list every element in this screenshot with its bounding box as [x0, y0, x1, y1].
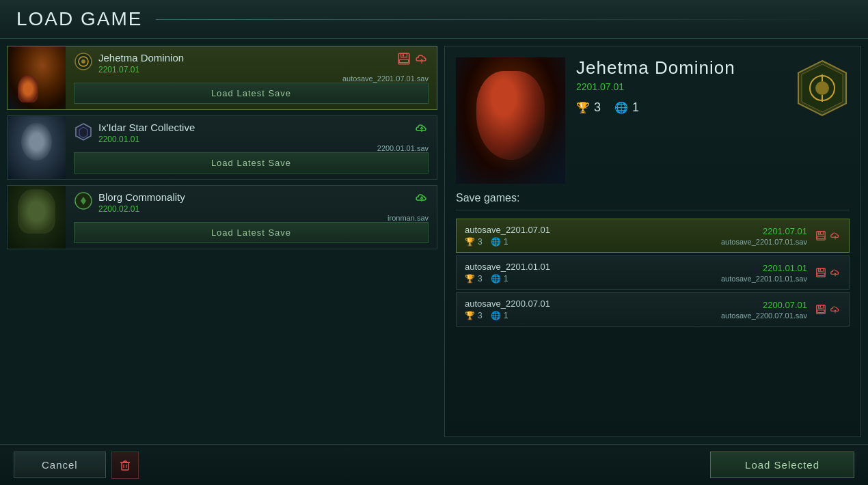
svg-point-2 [81, 59, 85, 64]
empire-portrait [456, 57, 565, 184]
save-games-list: autosave_2201.07.01 🏆 3 🌐 1 2201.07.01 a… [456, 219, 850, 327]
save-filename-blorg: ironman.sav [388, 214, 429, 222]
svg-rect-22 [817, 236, 825, 239]
delete-button[interactable] [111, 452, 139, 479]
save-entry-jehetma[interactable]: Jehetma Dominion 2201.07.01 aut [7, 46, 437, 110]
cloud-icon [830, 304, 841, 315]
sgr-icons-1 [815, 267, 841, 278]
save-entry-blorg[interactable]: Blorg Commonality 2200.02.01 ironman.sav… [7, 185, 437, 249]
save-icons-ixidar [415, 122, 429, 135]
sgr-stars-0: 🏆 3 [465, 237, 483, 247]
save-games-label: Save games: [456, 192, 850, 210]
right-panel: Jehetma Dominion 2201.07.01 🏆 3 🌐 1 [444, 46, 861, 437]
sgr-icons-2 [815, 304, 841, 315]
svg-rect-5 [403, 54, 404, 56]
load-latest-button-blorg[interactable]: Load Latest Save [74, 222, 429, 243]
cloud-upload-icon [415, 191, 429, 205]
local-save-icon [815, 230, 826, 241]
empire-name-jehetma: Jehetma Dominion [98, 52, 392, 64]
sgr-stars-1: 🏆 3 [465, 274, 483, 283]
cloud-icon [830, 230, 841, 241]
page-title: Load Game [16, 8, 142, 30]
save-thumbnail-jehetma [8, 46, 66, 109]
svg-rect-21 [819, 232, 821, 234]
save-thumbnail-ixidar [8, 116, 66, 179]
empire-icon-blorg [74, 191, 93, 210]
save-date-ixidar: 2200.01.01 [98, 135, 409, 144]
cloud-icon [415, 52, 429, 66]
save-entry-ixidar[interactable]: Ix'Idar Star Collective 2200.01.01 2200.… [7, 115, 437, 180]
empire-name-ixidar: Ix'Idar Star Collective [98, 122, 409, 133]
svg-rect-32 [817, 310, 825, 313]
empire-details: Jehetma Dominion 2201.07.01 🏆 3 🌐 1 [576, 57, 784, 115]
save-icons-blorg [415, 191, 429, 205]
save-date-blorg: 2200.02.01 [98, 204, 409, 214]
sgr-planets-2: 🌐 1 [491, 311, 508, 320]
load-latest-button-ixidar[interactable]: Load Latest Save [74, 152, 429, 174]
cloud-upload-icon [415, 122, 429, 135]
sgr-name-0: autosave_2201.07.01 [465, 225, 721, 235]
save-info-blorg: Blorg Commonality 2200.02.01 ironman.sav… [66, 186, 437, 249]
planets-stat: 🌐 1 [614, 100, 639, 115]
sgr-icons-0 [815, 230, 841, 241]
local-save-icon [815, 304, 826, 315]
save-filename-ixidar: 2200.01.01.sav [377, 144, 429, 152]
sgr-date-0: 2201.07.01 [721, 226, 807, 236]
bottom-left: Cancel [14, 452, 139, 479]
save-game-row-0[interactable]: autosave_2201.07.01 🏆 3 🌐 1 2201.07.01 a… [456, 219, 850, 253]
empire-stats: 🏆 3 🌐 1 [576, 100, 784, 115]
load-selected-button[interactable]: Load Selected [710, 452, 854, 478]
save-info-ixidar: Ix'Idar Star Collective 2200.01.01 2200.… [66, 116, 437, 179]
load-latest-button-jehetma[interactable]: Load Latest Save [74, 83, 429, 104]
stars-stat: 🏆 3 [576, 100, 601, 115]
sgr-date-1: 2201.01.01 [721, 263, 807, 273]
empire-icon-jehetma [74, 52, 93, 71]
stars-icon: 🏆 [576, 101, 590, 114]
sgr-planets-1: 🌐 1 [491, 274, 508, 283]
save-filename-jehetma: autosave_2201.07.01.sav [342, 74, 429, 83]
local-save-icon [815, 267, 826, 278]
sgr-name-2: autosave_2200.07.01 [465, 299, 721, 309]
save-date-jehetma: 2201.07.01 [98, 65, 392, 74]
sgr-filename-2: autosave_2200.07.01.sav [721, 311, 807, 320]
local-save-icon [397, 52, 411, 66]
save-icons-jehetma [397, 52, 429, 66]
title-bar: Load Game [0, 0, 868, 39]
svg-rect-31 [819, 306, 821, 308]
svg-rect-27 [817, 273, 825, 276]
empire-header: Jehetma Dominion 2201.07.01 🏆 3 🌐 1 [456, 57, 850, 184]
save-thumbnail-blorg [8, 186, 66, 249]
stars-value: 3 [594, 100, 601, 115]
cloud-icon [830, 267, 841, 278]
svg-rect-6 [399, 59, 408, 62]
sgr-name-1: autosave_2201.01.01 [465, 262, 721, 272]
planets-icon: 🌐 [614, 101, 628, 114]
sgr-filename-1: autosave_2201.01.01.sav [721, 275, 807, 283]
sgr-date-2: 2200.07.01 [721, 300, 807, 310]
save-info-jehetma: Jehetma Dominion 2201.07.01 aut [66, 46, 437, 109]
detail-date: 2201.07.01 [576, 81, 784, 92]
cancel-button[interactable]: Cancel [14, 452, 106, 478]
planets-value: 1 [632, 100, 639, 115]
detail-empire-name: Jehetma Dominion [576, 57, 784, 79]
bottom-bar: Cancel Load Selected [0, 444, 868, 485]
sgr-planets-0: 🌐 1 [491, 237, 508, 247]
svg-rect-26 [819, 269, 821, 271]
svg-rect-34 [122, 462, 128, 470]
sgr-filename-0: autosave_2201.07.01.sav [721, 238, 807, 246]
save-game-row-2[interactable]: autosave_2200.07.01 🏆 3 🌐 1 2200.07.01 a… [456, 292, 850, 327]
sgr-stars-2: 🏆 3 [465, 311, 483, 320]
main-content: Jehetma Dominion 2201.07.01 aut [0, 39, 868, 444]
save-game-row-1[interactable]: autosave_2201.01.01 🏆 3 🌐 1 2201.01.01 a… [456, 255, 850, 290]
left-panel: Jehetma Dominion 2201.07.01 aut [7, 46, 437, 437]
trash-icon [119, 459, 131, 471]
empire-name-blorg: Blorg Commonality [98, 191, 409, 203]
svg-point-16 [815, 81, 829, 95]
empire-icon-ixidar [74, 122, 93, 141]
empire-crest [795, 57, 850, 119]
